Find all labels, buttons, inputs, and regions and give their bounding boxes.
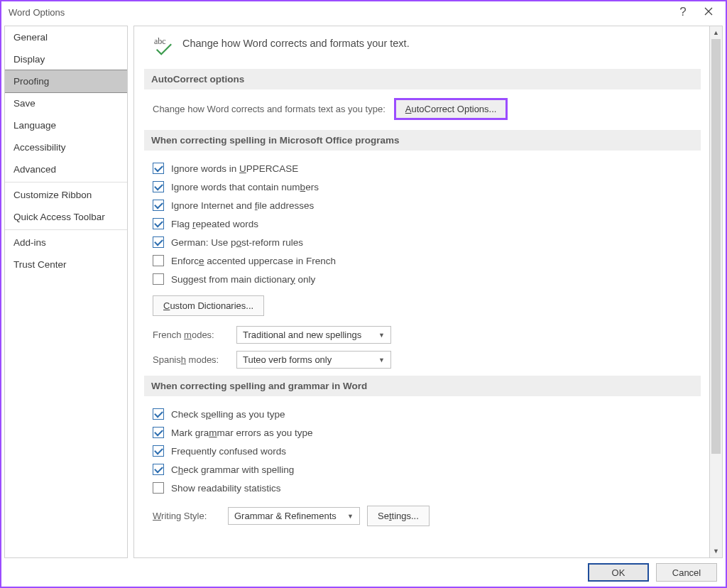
spanish-modes-select[interactable]: Tuteo verb forms only ▼ <box>236 351 391 369</box>
checkbox-label: Ignore words in UPPERCASE <box>171 163 298 174</box>
dialog-body: GeneralDisplayProofingSaveLanguageAccess… <box>1 23 726 558</box>
checkbox-label: Check spelling as you type <box>171 409 285 420</box>
dialog-footer: OK Cancel <box>1 558 726 587</box>
cancel-button[interactable]: Cancel <box>656 563 717 582</box>
checkbox[interactable] <box>153 236 164 248</box>
writing-style-select[interactable]: Grammar & Refinements ▼ <box>228 507 360 525</box>
word-check-0[interactable]: Check spelling as you type <box>148 405 701 423</box>
page-subtitle: Change how Word corrects and formats you… <box>182 36 410 49</box>
ok-button[interactable]: OK <box>588 563 649 582</box>
sidebar-separator <box>5 182 127 183</box>
office-check-4[interactable]: German: Use post-reform rules <box>148 233 701 251</box>
scroll-down-icon[interactable]: ▼ <box>710 545 722 557</box>
sidebar-item-trust-center[interactable]: Trust Center <box>5 254 127 276</box>
word-check-2[interactable]: Frequently confused words <box>148 442 701 460</box>
svg-text:abc: abc <box>154 36 166 46</box>
office-check-0[interactable]: Ignore words in UPPERCASE <box>148 159 701 178</box>
caret-down-icon: ▼ <box>347 513 354 520</box>
office-check-6[interactable]: Suggest from main dictionary only <box>148 270 701 288</box>
checkbox[interactable] <box>153 427 164 438</box>
sidebar-item-quick-access-toolbar[interactable]: Quick Access Toolbar <box>5 206 127 228</box>
french-modes-label: French modes: <box>153 330 229 340</box>
caret-down-icon: ▼ <box>378 356 385 364</box>
checkbox-label: Suggest from main dictionary only <box>171 274 315 285</box>
checkbox[interactable] <box>153 255 164 266</box>
section-office-spelling-title: When correcting spelling in Microsoft Of… <box>144 130 701 151</box>
checkbox[interactable] <box>153 200 164 211</box>
ac-btn-tail: utoCorrect Options... <box>411 104 496 114</box>
scroll-up-icon[interactable]: ▲ <box>710 26 722 39</box>
sidebar-item-accessibility[interactable]: Accessibility <box>5 136 127 158</box>
office-check-3[interactable]: Flag repeated words <box>148 214 701 233</box>
checkbox[interactable] <box>153 273 164 285</box>
help-button[interactable]: ? <box>670 2 696 22</box>
checkbox-label: German: Use post-reform rules <box>171 237 303 248</box>
sidebar-item-customize-ribbon[interactable]: Customize Ribbon <box>5 184 127 206</box>
checkbox[interactable] <box>153 163 164 174</box>
checkbox-label: Check grammar with spelling <box>171 464 294 475</box>
office-check-1[interactable]: Ignore words that contain numbers <box>148 178 701 196</box>
checkbox-label: Mark grammar errors as you type <box>171 428 313 438</box>
sidebar-separator <box>5 229 127 230</box>
grammar-settings-button[interactable]: Settings... <box>367 506 430 526</box>
sidebar-item-display[interactable]: Display <box>5 48 127 70</box>
checkbox[interactable] <box>153 482 164 494</box>
word-check-1[interactable]: Mark grammar errors as you type <box>148 423 701 442</box>
sidebar-item-proofing[interactable]: Proofing <box>5 70 127 92</box>
checkbox-label: Ignore Internet and file addresses <box>171 200 314 211</box>
sidebar-item-general[interactable]: General <box>5 26 127 48</box>
office-check-5[interactable]: Enforce accented uppercase in French <box>148 251 701 270</box>
close-icon <box>704 5 713 19</box>
custom-dictionaries-button[interactable]: Custom Dictionaries... <box>153 295 264 316</box>
abc-check-icon: abc <box>153 36 174 56</box>
caret-down-icon: ▼ <box>378 332 385 339</box>
checkbox-label: Flag repeated words <box>171 219 258 229</box>
sidebar-item-save[interactable]: Save <box>5 92 127 114</box>
checkbox[interactable] <box>153 464 164 475</box>
autocorrect-desc: Change how Word corrects and formats tex… <box>153 104 386 114</box>
spanish-modes-label: Spanish modes: <box>153 354 229 365</box>
writing-style-label: Writing Style: <box>153 511 221 521</box>
sidebar-item-advanced[interactable]: Advanced <box>5 158 127 180</box>
checkbox-label: Enforce accented uppercase in French <box>171 256 336 266</box>
window-title: Word Options <box>9 7 65 18</box>
scroll-thumb[interactable] <box>711 39 721 454</box>
checkbox-label: Ignore words that contain numbers <box>171 182 319 192</box>
word-check-4[interactable]: Show readability statistics <box>148 479 701 497</box>
page-header: abc Change how Word corrects and formats… <box>144 33 701 66</box>
sidebar-item-language[interactable]: Language <box>5 114 127 136</box>
section-word-spelling-title: When correcting spelling and grammar in … <box>144 376 701 396</box>
content-panel: abc Change how Word corrects and formats… <box>133 26 710 558</box>
sidebar-item-add-ins[interactable]: Add-ins <box>5 232 127 254</box>
word-check-3[interactable]: Check grammar with spelling <box>148 460 701 479</box>
sidebar: GeneralDisplayProofingSaveLanguageAccess… <box>4 26 128 558</box>
autocorrect-options-button[interactable]: AutoCorrect Options... <box>394 98 508 120</box>
french-modes-select[interactable]: Traditional and new spellings ▼ <box>236 326 391 344</box>
checkbox[interactable] <box>153 445 164 457</box>
checkbox[interactable] <box>153 408 164 420</box>
content-wrap: abc Change how Word corrects and formats… <box>133 26 723 558</box>
checkbox[interactable] <box>153 218 164 229</box>
close-button[interactable] <box>696 2 721 22</box>
section-autocorrect-title: AutoCorrect options <box>144 69 701 89</box>
scroll-track[interactable] <box>710 39 722 545</box>
checkbox-label: Frequently confused words <box>171 446 286 457</box>
checkbox-label: Show readability statistics <box>171 483 281 494</box>
titlebar: Word Options ? <box>1 1 726 23</box>
checkbox[interactable] <box>153 181 164 192</box>
word-options-dialog: Word Options ? GeneralDisplayProofingSav… <box>0 0 727 588</box>
vertical-scrollbar[interactable]: ▲ ▼ <box>710 26 723 558</box>
office-check-2[interactable]: Ignore Internet and file addresses <box>148 196 701 214</box>
